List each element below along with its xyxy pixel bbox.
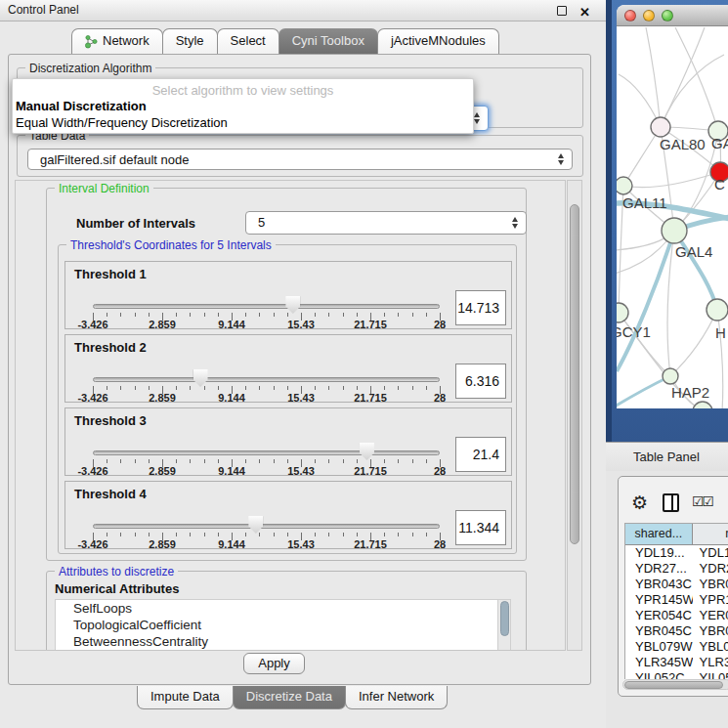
table-row[interactable]: YLR345WYLR345W <box>625 655 728 670</box>
cell-shared-name[interactable]: YER054C <box>625 608 693 623</box>
tab-cyni-toolbox[interactable]: Cyni Toolbox <box>278 28 378 54</box>
network-node-h[interactable] <box>707 299 728 321</box>
network-edge-highlighted[interactable] <box>617 231 674 371</box>
slider-handle[interactable] <box>248 516 263 534</box>
cell-name[interactable]: YBR045C <box>693 623 728 639</box>
float-window-icon[interactable] <box>557 6 567 16</box>
network-edge-highlighted[interactable] <box>617 376 670 407</box>
cell-shared-name[interactable]: YDL19... <box>625 545 693 561</box>
tick-label: -3.426 <box>77 465 107 477</box>
cell-name[interactable]: YIL052C <box>693 670 728 679</box>
threshold-value-field[interactable]: 6.316 <box>455 364 506 399</box>
cell-name[interactable]: YER054C <box>693 608 728 623</box>
table-data-combobox[interactable]: galFiltered.sif default node <box>27 149 573 170</box>
attribute-list-item[interactable]: TopologicalCoefficient <box>56 617 510 633</box>
slider-handle[interactable] <box>193 369 208 387</box>
control-panel-title: Control Panel <box>8 3 79 17</box>
gear-icon[interactable]: ⚙ <box>631 491 648 516</box>
cell-shared-name[interactable]: YBR043C <box>625 577 693 592</box>
tick-mark <box>218 459 219 463</box>
algorithm-placeholder-option[interactable]: Select algorithm to view settings <box>13 79 473 98</box>
slider-track[interactable] <box>93 304 440 309</box>
network-edge[interactable] <box>661 55 724 127</box>
close-icon[interactable]: ✕ <box>579 2 590 22</box>
table-row[interactable]: YDL19...YDL19... <box>625 545 728 561</box>
network-canvas[interactable]: GAL80GACGAL11GAL4GCY1HHAP2 <box>617 27 728 408</box>
tab-discretize-data[interactable]: Discretize Data <box>233 686 346 709</box>
cell-shared-name[interactable]: YIL052C <box>625 670 693 679</box>
zoom-traffic-light[interactable] <box>662 10 673 21</box>
cell-shared-name[interactable]: YDR27... <box>625 561 693 577</box>
cell-name[interactable]: YBR043C <box>693 577 728 592</box>
table-row[interactable]: YBR043CYBR043C <box>625 577 728 592</box>
cell-name[interactable]: YDR27... <box>693 561 728 577</box>
network-node[interactable] <box>693 402 712 408</box>
algorithm-option-manual[interactable]: Manual Discretization <box>13 98 473 114</box>
select-columns-icon[interactable]: ☑☑ <box>692 493 712 509</box>
network-edge[interactable] <box>623 172 720 188</box>
threshold-value-field[interactable]: 14.713 <box>455 290 506 325</box>
slider-handle[interactable] <box>285 296 300 314</box>
slider-track[interactable] <box>93 450 440 455</box>
table-horizontal-scrollbar[interactable] <box>622 679 728 690</box>
tab-select[interactable]: Select <box>217 28 279 54</box>
tick-label: -3.426 <box>77 319 107 330</box>
slider-track[interactable] <box>93 377 440 382</box>
threshold-panel: Threshold 1-3.4262.8599.14415.4321.71528… <box>64 261 512 329</box>
split-divider[interactable] <box>606 0 612 442</box>
tick-mark <box>218 313 219 317</box>
network-edge[interactable] <box>675 27 718 131</box>
tab-jactivemnodules[interactable]: jActiveMNodules <box>377 28 499 54</box>
cell-shared-name[interactable]: YBL079W <box>625 639 693 655</box>
threshold-panel: Threshold 4-3.4262.8599.14415.4321.71528… <box>64 481 512 549</box>
network-node-gal80[interactable] <box>651 117 670 137</box>
tick-mark <box>149 313 150 317</box>
cell-name[interactable]: YDL19... <box>693 545 728 561</box>
threshold-value-field[interactable]: 21.4 <box>455 437 506 472</box>
cell-name[interactable]: YPR145W <box>693 592 728 608</box>
network-node-gal4[interactable] <box>662 218 687 243</box>
slider-track[interactable] <box>93 524 440 529</box>
minimize-traffic-light[interactable] <box>643 10 655 21</box>
cell-name[interactable]: YBL079W <box>693 639 728 655</box>
network-node-gcy1[interactable] <box>617 303 628 322</box>
threshold-value-field[interactable]: 11.344 <box>455 510 506 545</box>
number-of-intervals-combobox[interactable]: 5 <box>245 211 527 235</box>
tab-label: Select <box>231 33 266 48</box>
network-node-gal11[interactable] <box>617 177 632 194</box>
panel-vertical-scrollbar[interactable] <box>567 180 582 651</box>
table-row[interactable]: YIL052CYIL052C <box>625 670 728 679</box>
slider-handle[interactable] <box>360 443 374 460</box>
network-edge[interactable] <box>619 313 670 376</box>
table-row[interactable]: YBR045CYBR045C <box>625 623 728 639</box>
attribute-list-item[interactable]: SelfLoops <box>56 600 510 617</box>
tab-impute-data[interactable]: Impute Data <box>137 686 234 709</box>
table-row[interactable]: YER054CYER054C <box>625 608 728 623</box>
tab-network[interactable]: Network <box>71 28 163 54</box>
tab-style[interactable]: Style <box>162 28 218 54</box>
column-header-shared-name[interactable]: shared... <box>625 524 693 545</box>
table-row[interactable]: YBL079WYBL079W <box>625 639 728 655</box>
table-row[interactable]: YDR27...YDR27... <box>625 561 728 577</box>
apply-button[interactable]: Apply <box>243 653 305 674</box>
network-edge[interactable] <box>670 310 717 376</box>
tab-infer-network[interactable]: Infer Network <box>345 686 448 709</box>
attribute-list-item[interactable]: BetweennessCentrality <box>56 633 510 650</box>
column-layout-icon[interactable] <box>663 493 679 512</box>
cell-shared-name[interactable]: YLR345W <box>625 655 693 670</box>
column-header-name[interactable]: name <box>693 524 728 545</box>
close-traffic-light[interactable] <box>624 10 636 21</box>
threshold-panel: Threshold 3-3.4262.8599.14415.4321.71528… <box>64 407 512 476</box>
algorithm-option-equal-width[interactable]: Equal Width/Frequency Discretization <box>13 114 473 131</box>
network-node-hap2[interactable] <box>663 368 678 384</box>
cell-name[interactable]: YLR345W <box>693 655 728 670</box>
attributes-scrollbar[interactable] <box>497 600 510 651</box>
tick-mark <box>204 313 205 317</box>
cell-shared-name[interactable]: YBR045C <box>625 623 693 639</box>
table-row[interactable]: YPR145WYPR145W <box>625 592 728 608</box>
tick-label: 2.859 <box>149 465 176 477</box>
cell-shared-name[interactable]: YPR145W <box>625 592 693 608</box>
tick-mark <box>357 533 358 536</box>
network-window-titlebar[interactable] <box>617 5 728 26</box>
tick-mark <box>384 533 385 536</box>
